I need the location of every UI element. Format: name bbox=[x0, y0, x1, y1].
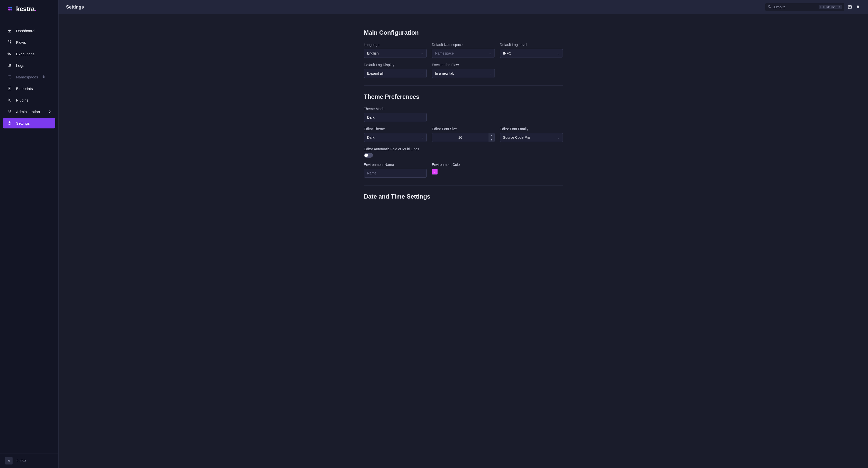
env-name-input[interactable] bbox=[367, 171, 424, 175]
language-select[interactable]: English ⌄ bbox=[364, 49, 427, 58]
env-name-input-wrap bbox=[364, 169, 427, 178]
svg-rect-31 bbox=[821, 6, 823, 8]
section-title: Theme Preferences bbox=[364, 93, 563, 100]
namespaces-icon bbox=[7, 75, 12, 80]
svg-line-30 bbox=[770, 7, 771, 8]
stepper-up-button[interactable]: ▲ bbox=[489, 133, 495, 138]
svg-line-25 bbox=[10, 100, 11, 102]
topbar: Settings Ctrl/Cmd + K bbox=[59, 0, 868, 14]
chevron-down-icon: ⌄ bbox=[421, 116, 424, 119]
editor-theme-select[interactable]: Dark ⌄ bbox=[364, 133, 427, 142]
svg-rect-15 bbox=[8, 64, 9, 67]
logs-icon bbox=[7, 63, 12, 68]
sidebar-item-label: Blueprints bbox=[16, 86, 33, 91]
section-divider bbox=[364, 85, 563, 86]
toggle-thumb bbox=[365, 153, 368, 157]
svg-point-26 bbox=[8, 110, 10, 112]
editor-fold-toggle[interactable] bbox=[364, 153, 373, 157]
svg-rect-4 bbox=[8, 29, 11, 32]
sidebar-item-settings[interactable]: Settings bbox=[3, 118, 55, 128]
number-steppers: ▲ ▼ bbox=[489, 133, 495, 142]
logo-text: kestra. bbox=[16, 5, 36, 13]
theme-mode-label: Theme Mode bbox=[364, 107, 427, 111]
version-label: 0.17.0 bbox=[17, 459, 26, 463]
settings-container: Main Configuration Language English ⌄ De… bbox=[364, 29, 563, 200]
administration-icon bbox=[7, 109, 12, 114]
search-icon bbox=[768, 5, 771, 9]
env-color-label: Environment Color bbox=[432, 163, 495, 167]
log-level-field: Default Log Level INFO ⌄ bbox=[500, 43, 563, 58]
stepper-down-button[interactable]: ▼ bbox=[489, 138, 495, 142]
sidebar-footer: 0.17.0 bbox=[0, 453, 58, 468]
sidebar-item-plugins[interactable]: Plugins bbox=[3, 95, 55, 105]
svg-rect-8 bbox=[10, 41, 11, 42]
env-color-picker[interactable]: ⌄ bbox=[432, 169, 438, 175]
sidebar-item-administration[interactable]: Administration bbox=[3, 106, 55, 117]
execute-flow-select[interactable]: In a new tab ⌄ bbox=[432, 69, 495, 78]
sidebar-item-namespaces[interactable]: Namespaces bbox=[3, 71, 55, 82]
chevron-down-icon: ⌄ bbox=[557, 136, 560, 139]
section-title: Date and Time Settings bbox=[364, 193, 563, 200]
chevron-down-icon: ⌄ bbox=[489, 52, 492, 55]
chevron-down-icon: ⌄ bbox=[557, 52, 560, 55]
notifications-button[interactable] bbox=[856, 4, 861, 9]
help-button[interactable] bbox=[847, 4, 852, 9]
editor-font-size-field: Editor Font Size ▲ ▼ bbox=[432, 127, 495, 142]
dashboard-icon bbox=[7, 28, 12, 33]
language-field: Language English ⌄ bbox=[364, 43, 427, 58]
sidebar-item-flows[interactable]: Flows bbox=[3, 37, 55, 48]
main-configuration-section: Main Configuration Language English ⌄ De… bbox=[364, 29, 563, 78]
log-display-select[interactable]: Expand all ⌄ bbox=[364, 69, 427, 78]
editor-font-family-label: Editor Font Family bbox=[500, 127, 563, 131]
font-size-number-input[interactable] bbox=[432, 133, 489, 142]
svg-rect-9 bbox=[10, 43, 11, 44]
chevron-right-icon bbox=[48, 110, 51, 114]
main-panel: Settings Ctrl/Cmd + K bbox=[59, 0, 868, 468]
sidebar-item-dashboard[interactable]: Dashboard bbox=[3, 25, 55, 36]
executions-icon bbox=[7, 51, 12, 56]
log-display-label: Default Log Display bbox=[364, 63, 427, 67]
search-input[interactable] bbox=[773, 5, 817, 9]
namespace-select[interactable]: Namespace ⌄ bbox=[432, 49, 495, 58]
editor-font-size-input[interactable]: ▲ ▼ bbox=[432, 133, 495, 142]
log-display-field: Default Log Display Expand all ⌄ bbox=[364, 63, 427, 78]
sidebar-item-label: Administration bbox=[16, 110, 40, 114]
env-color-field: Environment Color ⌄ bbox=[432, 163, 495, 178]
sidebar-item-label: Flows bbox=[16, 40, 26, 45]
chevron-down-icon: ⌄ bbox=[421, 52, 424, 55]
lock-icon bbox=[42, 75, 45, 79]
sidebar-item-blueprints[interactable]: Blueprints bbox=[3, 83, 55, 94]
keyboard-shortcut-hint: Ctrl/Cmd + K bbox=[819, 5, 842, 9]
sidebar-item-logs[interactable]: Logs bbox=[3, 60, 55, 70]
sidebar: kestra. Dashboard Flows Executions bbox=[0, 0, 59, 468]
logo-icon bbox=[7, 6, 13, 12]
svg-rect-7 bbox=[8, 41, 9, 42]
theme-preferences-section: Theme Preferences Theme Mode Dark ⌄ bbox=[364, 93, 563, 178]
editor-font-size-label: Editor Font Size bbox=[432, 127, 495, 131]
namespace-field: Default Namespace Namespace ⌄ bbox=[432, 43, 495, 58]
env-name-field: Environment Name bbox=[364, 163, 427, 178]
svg-point-28 bbox=[9, 122, 10, 124]
search-box[interactable]: Ctrl/Cmd + K bbox=[765, 3, 844, 11]
logo[interactable]: kestra. bbox=[0, 0, 58, 18]
editor-theme-field: Editor Theme Dark ⌄ bbox=[364, 127, 427, 142]
editor-font-family-select[interactable]: Source Code Pro ⌄ bbox=[500, 133, 563, 142]
chevron-down-icon: ⌄ bbox=[421, 71, 424, 75]
collapse-sidebar-button[interactable] bbox=[5, 457, 12, 465]
page-title: Settings bbox=[66, 4, 84, 10]
theme-mode-field: Theme Mode Dark ⌄ bbox=[364, 107, 427, 122]
sidebar-item-executions[interactable]: Executions bbox=[3, 49, 55, 59]
language-label: Language bbox=[364, 43, 427, 47]
svg-point-29 bbox=[768, 5, 770, 7]
sidebar-item-label: Logs bbox=[16, 63, 24, 68]
settings-icon bbox=[7, 121, 12, 126]
blueprints-icon bbox=[7, 86, 12, 91]
topbar-right: Ctrl/Cmd + K bbox=[765, 3, 861, 11]
log-level-select[interactable]: INFO ⌄ bbox=[500, 49, 563, 58]
sidebar-item-label: Settings bbox=[16, 121, 30, 125]
nav-list: Dashboard Flows Executions Logs bbox=[0, 18, 58, 453]
theme-mode-select[interactable]: Dark ⌄ bbox=[364, 113, 427, 122]
content-scroll[interactable]: Main Configuration Language English ⌄ De… bbox=[59, 14, 868, 468]
svg-point-1 bbox=[10, 7, 12, 8]
sidebar-item-label: Plugins bbox=[16, 98, 28, 102]
